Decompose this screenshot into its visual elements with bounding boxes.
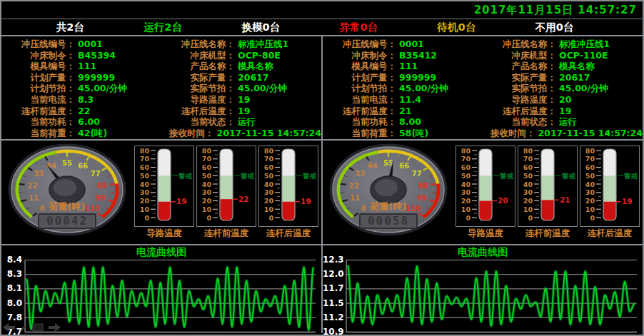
pencil-icon[interactable]	[20, 323, 27, 332]
info-row: 计划节拍：45.00/分钟	[1, 83, 161, 94]
info-row: 导路温度：19	[161, 94, 321, 106]
thermometer: 01020304050607080警戒21连杆前温度	[518, 146, 578, 240]
thermometer-box: 01020304050607080警戒21	[518, 146, 578, 227]
svg-text:10: 10	[585, 205, 595, 213]
svg-text:60: 60	[461, 163, 471, 171]
svg-text:10: 10	[264, 205, 274, 213]
info-row: 冲床制令：B45394	[1, 50, 161, 61]
info-row: 当前状态：运行	[161, 116, 321, 128]
thermometer-label: 连杆前温度	[525, 228, 570, 240]
info-label: 冲压线编号：	[1, 39, 75, 50]
info-value: 标准冲压线1	[238, 39, 288, 50]
thermometer: 01020304050607080警戒20导路温度	[456, 146, 515, 240]
svg-text:0: 0	[206, 213, 211, 221]
svg-text:77: 77	[91, 170, 101, 178]
status-item-5: 不用0台	[535, 21, 574, 34]
thermometer-label: 连杆后温度	[588, 228, 633, 240]
machine-1-info-right: 冲压线名称：标准冲压线1冲床机型：OCP-80E产品名称：模具名称实际产量：20…	[161, 39, 321, 139]
svg-text:60: 60	[523, 163, 533, 171]
thermometer-value: 22	[238, 194, 249, 203]
info-value: 模具名称	[238, 61, 273, 72]
info-label: 当前状态：	[483, 116, 556, 128]
svg-text:30: 30	[264, 188, 274, 196]
svg-text:60: 60	[585, 163, 595, 171]
info-row: 模具编号：111	[323, 61, 483, 72]
info-row: 冲床机型：OCP-110E	[483, 50, 643, 61]
svg-text:0: 0	[40, 205, 45, 213]
info-row: 冲压线编号：0001	[323, 39, 483, 50]
svg-text:20: 20	[264, 197, 274, 205]
svg-text:99: 99	[96, 194, 106, 202]
plot-area	[24, 259, 317, 333]
info-label: 实际节拍：	[483, 83, 556, 94]
svg-text:40: 40	[202, 180, 212, 188]
info-row: 当前功耗：6.00	[1, 116, 161, 128]
status-item-4: 待机0台	[438, 21, 476, 34]
gauge-unit-label: 荷重(吨)	[370, 201, 407, 212]
info-label: 当前功耗：	[323, 116, 396, 128]
back-arrow-icon[interactable]	[3, 322, 15, 332]
machine-2-info: 冲压线编号：0001冲床制令：B35412模具编号：111计划产量：999999…	[323, 36, 643, 141]
info-row: 接收时间：2017-11-15 14:57:24	[483, 128, 643, 139]
info-row: 产品名称：模具名称	[483, 61, 643, 72]
svg-text:30: 30	[140, 188, 150, 196]
svg-text:30: 30	[585, 188, 595, 196]
svg-text:70: 70	[523, 155, 533, 163]
info-row: 计划节拍：45.00/分钟	[323, 83, 483, 94]
svg-text:0: 0	[361, 205, 366, 213]
press-monitor-dashboard: 2017年11月15日 14:57:27 共2台运行2台换模0台异常0台待机0台…	[0, 0, 644, 336]
info-row: 实际节拍：45.00/分钟	[483, 83, 643, 94]
svg-text:40: 40	[585, 180, 595, 188]
info-row: 连杆后温度：19	[483, 106, 643, 117]
info-value: 8.3	[78, 94, 94, 106]
y-tick-label: 12.3	[323, 255, 343, 265]
chart-title: 电流曲线图	[323, 246, 643, 258]
svg-text:20: 20	[140, 197, 150, 205]
svg-text:50: 50	[264, 171, 274, 179]
info-label: 计划节拍：	[323, 83, 396, 94]
svg-text:22: 22	[349, 181, 359, 189]
info-row: 连杆后温度：19	[161, 106, 321, 117]
info-value: 111	[399, 61, 418, 72]
svg-text:66: 66	[399, 161, 409, 169]
info-label: 导路温度：	[161, 94, 235, 106]
machine-panel-1: 冲压线编号：0001冲床制令：B45394模具编号：111计划产量：999999…	[1, 36, 321, 333]
gauge-odometer: 00042	[46, 214, 88, 228]
svg-text:33: 33	[34, 170, 44, 178]
svg-text:70: 70	[461, 155, 471, 163]
info-label: 冲床制令：	[1, 50, 75, 61]
info-label: 产品名称：	[483, 61, 556, 72]
thermometer-label: 导路温度	[146, 228, 182, 240]
info-value: 19	[238, 106, 250, 117]
info-value: 20617	[559, 72, 590, 83]
info-label: 导路温度：	[483, 94, 556, 106]
thermometer-box: 01020304050607080警戒20	[456, 146, 515, 227]
info-value: 0001	[399, 39, 424, 50]
thermometer: 01020304050607080警戒22连杆前温度	[196, 146, 256, 240]
info-row: 实际节拍：45.00/分钟	[161, 83, 321, 94]
warning-threshold-label: 警戒	[240, 171, 255, 179]
y-tick-label: 8.4	[1, 255, 22, 265]
info-label: 当前荷重：	[323, 128, 396, 139]
status-item-0: 共2台	[56, 21, 84, 34]
svg-text:50: 50	[202, 171, 212, 179]
svg-text:88: 88	[418, 181, 428, 189]
machine-2-meters: 0112233445566778899110荷重(吨)00058 0102030…	[323, 141, 643, 245]
info-label: 实际产量：	[483, 72, 556, 83]
forward-arrow-icon[interactable]	[49, 322, 61, 332]
thermometer: 01020304050607080警戒19连杆后温度	[258, 146, 318, 240]
y-tick-label: 8.0	[1, 299, 22, 308]
info-label: 连杆后温度：	[161, 106, 235, 117]
svg-text:40: 40	[523, 180, 533, 188]
svg-text:30: 30	[202, 188, 212, 196]
svg-text:80: 80	[140, 146, 150, 154]
info-row: 计划产量：999999	[323, 72, 483, 83]
info-label: 实际节拍：	[161, 83, 235, 94]
info-label: 接收时间：	[483, 128, 535, 139]
warning-threshold-label: 警戒	[499, 171, 514, 179]
stop-square-icon[interactable]	[32, 323, 44, 332]
y-tick-label: 11.2	[323, 313, 343, 322]
svg-text:20: 20	[202, 197, 212, 205]
info-label: 连杆后温度：	[483, 106, 556, 117]
status-item-3: 异常0台	[339, 21, 378, 34]
